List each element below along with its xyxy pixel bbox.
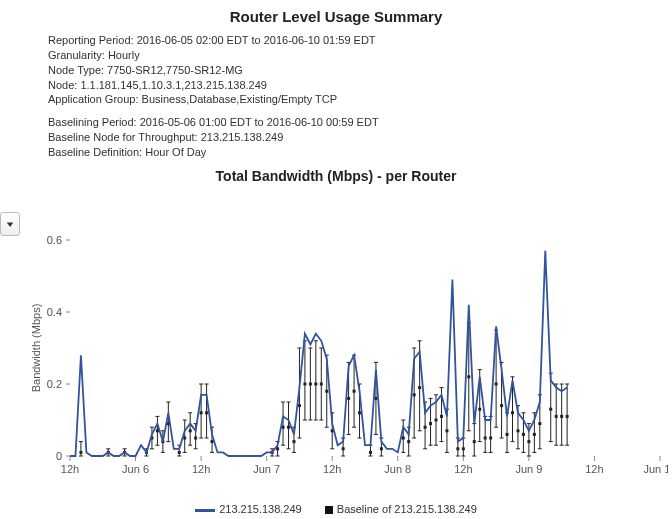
- svg-text:Jun 6: Jun 6: [122, 463, 149, 475]
- report-meta-baseline: Baselining Period: 2016-05-06 01:00 EDT …: [48, 115, 672, 160]
- svg-rect-180: [418, 386, 421, 389]
- legend-series[interactable]: 213.215.138.249: [195, 503, 302, 515]
- svg-rect-260: [533, 433, 536, 436]
- svg-rect-192: [435, 419, 438, 422]
- svg-rect-148: [353, 390, 356, 393]
- svg-rect-164: [380, 447, 383, 450]
- svg-text:Jun 8: Jun 8: [384, 463, 411, 475]
- svg-rect-212: [467, 375, 470, 378]
- legend-baseline[interactable]: Baseline of 213.215.138.249: [325, 503, 477, 515]
- svg-rect-108: [292, 440, 295, 443]
- svg-rect-188: [429, 422, 432, 425]
- bandwidth-chart: 00.20.40.6Bandwidth (Mbps)12hJun 612hJun…: [28, 232, 668, 492]
- svg-rect-160: [374, 397, 377, 400]
- svg-rect-120: [309, 383, 312, 386]
- svg-rect-152: [358, 411, 361, 414]
- chevron-down-icon: ▼: [4, 220, 15, 229]
- svg-rect-168: [402, 437, 405, 440]
- meta-line: Node: 1.1.181.145,1.10.3.1,213.215.138.2…: [48, 78, 672, 93]
- svg-text:Bandwidth (Mbps): Bandwidth (Mbps): [30, 304, 42, 393]
- svg-rect-232: [495, 383, 498, 386]
- svg-rect-256: [527, 440, 530, 443]
- svg-rect-112: [298, 404, 301, 407]
- legend-line-swatch: [195, 509, 215, 512]
- meta-line: Baseline Node for Throughput: 213.215.13…: [48, 130, 672, 145]
- svg-rect-132: [325, 390, 328, 393]
- svg-rect-76: [194, 437, 197, 440]
- svg-text:0.6: 0.6: [47, 234, 62, 246]
- svg-rect-80: [200, 411, 203, 414]
- legend-square-swatch: [325, 506, 333, 514]
- svg-rect-204: [456, 447, 459, 450]
- chart-title: Total Bandwidth (Mbps) - per Router: [0, 168, 672, 184]
- svg-rect-220: [478, 408, 481, 411]
- svg-text:12h: 12h: [61, 463, 79, 475]
- svg-rect-244: [511, 411, 514, 414]
- legend-baseline-label: Baseline of 213.215.138.249: [337, 503, 477, 515]
- meta-line: Baselining Period: 2016-05-06 01:00 EDT …: [48, 115, 672, 130]
- svg-rect-252: [522, 433, 525, 436]
- svg-rect-248: [516, 429, 519, 432]
- chart-menu-button[interactable]: ▼: [0, 212, 20, 236]
- report-meta-primary: Reporting Period: 2016-06-05 02:00 EDT t…: [48, 33, 672, 107]
- svg-rect-224: [484, 437, 487, 440]
- svg-rect-176: [413, 393, 416, 396]
- svg-rect-264: [538, 422, 541, 425]
- svg-rect-208: [462, 447, 465, 450]
- svg-text:12h: 12h: [192, 463, 210, 475]
- svg-rect-240: [506, 433, 509, 436]
- svg-rect-276: [560, 415, 563, 418]
- svg-text:Jun 7: Jun 7: [253, 463, 280, 475]
- meta-line: Node Type: 7750-SR12,7750-SR12-MG: [48, 63, 672, 78]
- svg-rect-124: [314, 383, 317, 386]
- meta-line: Reporting Period: 2016-06-05 02:00 EDT t…: [48, 33, 672, 48]
- meta-line: Baseline Definition: Hour Of Day: [48, 145, 672, 160]
- svg-rect-228: [489, 437, 492, 440]
- svg-rect-268: [549, 408, 552, 411]
- svg-rect-280: [566, 415, 569, 418]
- svg-text:0.4: 0.4: [47, 306, 62, 318]
- meta-line: Application Group: Business,Database,Exi…: [48, 92, 672, 107]
- svg-rect-272: [555, 415, 558, 418]
- svg-rect-32: [79, 451, 82, 454]
- chart-svg: 00.20.40.6Bandwidth (Mbps)12hJun 612hJun…: [28, 232, 668, 492]
- svg-rect-200: [445, 429, 448, 432]
- svg-rect-156: [369, 451, 372, 454]
- svg-text:0.2: 0.2: [47, 378, 62, 390]
- svg-text:12h: 12h: [323, 463, 341, 475]
- svg-rect-64: [178, 451, 181, 454]
- svg-rect-72: [189, 429, 192, 432]
- chart-legend: 213.215.138.249 Baseline of 213.215.138.…: [0, 503, 672, 515]
- page-title: Router Level Usage Summary: [0, 0, 672, 25]
- svg-rect-216: [473, 440, 476, 443]
- svg-rect-104: [287, 426, 290, 429]
- svg-rect-236: [500, 404, 503, 407]
- svg-rect-84: [205, 411, 208, 414]
- svg-rect-140: [342, 447, 345, 450]
- svg-rect-128: [320, 383, 323, 386]
- svg-text:12h: 12h: [454, 463, 472, 475]
- svg-rect-172: [407, 440, 410, 443]
- svg-rect-184: [424, 426, 427, 429]
- svg-text:12h: 12h: [585, 463, 603, 475]
- svg-text:Jun 10: Jun 10: [643, 463, 668, 475]
- svg-rect-196: [440, 415, 443, 418]
- svg-rect-116: [303, 383, 306, 386]
- meta-line: Granularity: Hourly: [48, 48, 672, 63]
- svg-text:Jun 9: Jun 9: [515, 463, 542, 475]
- svg-rect-144: [347, 397, 350, 400]
- svg-text:0: 0: [56, 450, 62, 462]
- legend-series-label: 213.215.138.249: [219, 503, 302, 515]
